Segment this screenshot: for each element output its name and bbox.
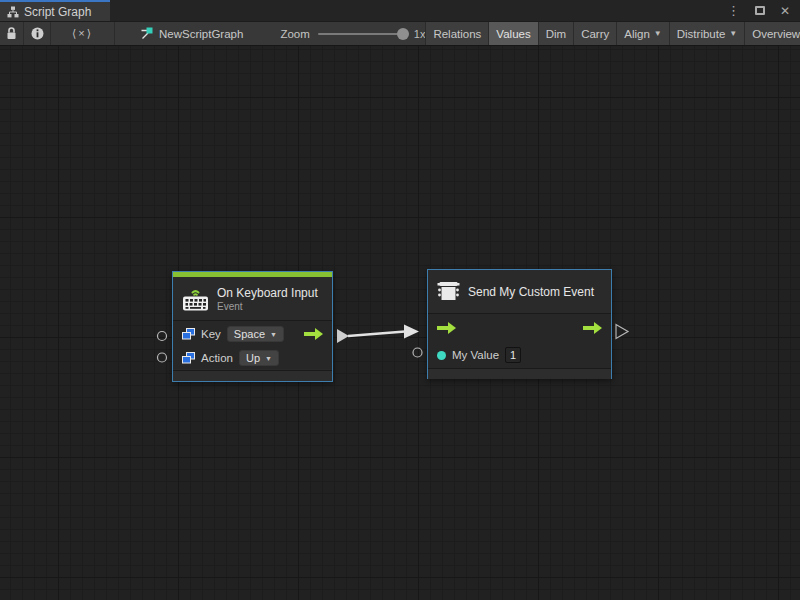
tab-title: Script Graph <box>24 5 91 19</box>
node2-my-value-port[interactable] <box>413 348 422 357</box>
node1-flow-out-port[interactable] <box>337 329 349 343</box>
lock-button[interactable] <box>0 22 24 45</box>
zoom-control: Zoom 1x <box>280 22 425 45</box>
window-controls: ⋮ ✕ <box>727 0 800 21</box>
node-send-my-custom-event[interactable]: Send My Custom Event M <box>427 269 612 379</box>
align-dropdown-button[interactable]: Align ▼ <box>616 22 669 45</box>
distribute-dropdown-button[interactable]: Distribute ▼ <box>669 22 745 45</box>
custom-event-icon <box>437 281 460 302</box>
tab-script-graph[interactable]: Script Graph <box>0 0 110 21</box>
breadcrumb-label: NewScriptGraph <box>159 28 243 40</box>
zoom-level: 1x <box>414 28 426 40</box>
node-on-keyboard-input[interactable]: On Keyboard Input Event Key Space ▼ <box>172 271 333 382</box>
connections-layer <box>0 46 800 600</box>
node-title: On Keyboard Input <box>217 286 318 300</box>
node2-header: Send My Custom Event <box>428 270 611 314</box>
info-icon <box>31 27 44 40</box>
node1-body: Key Space ▼ Action <box>173 321 332 369</box>
node1-action-port[interactable] <box>158 353 167 362</box>
kebab-menu-icon[interactable]: ⋮ <box>727 4 740 17</box>
code-preview-toggle[interactable]: ⟨×⟩ <box>51 22 115 45</box>
literal-icon <box>182 328 195 340</box>
flow-connection-arrowhead <box>404 325 419 339</box>
zoom-label: Zoom <box>280 28 309 40</box>
chevron-down-icon: ▼ <box>729 29 737 38</box>
chevron-down-icon: ▼ <box>270 331 277 338</box>
chevron-down-icon: ▼ <box>265 355 272 362</box>
zoom-slider[interactable] <box>318 33 406 35</box>
zoom-slider-handle[interactable] <box>397 28 409 40</box>
carry-button[interactable]: Carry <box>573 22 616 45</box>
dim-button[interactable]: Dim <box>538 22 573 45</box>
toolbar-right-buttons: Relations Values Dim Carry Align ▼ Distr… <box>425 22 800 45</box>
flow-arrow-icon <box>437 322 456 334</box>
values-button[interactable]: Values <box>488 22 537 45</box>
node1-titles: On Keyboard Input Event <box>217 286 318 312</box>
tab-bar: Script Graph ⋮ ✕ <box>0 0 800 21</box>
key-dropdown[interactable]: Space ▼ <box>227 326 284 342</box>
node2-titles: Send My Custom Event <box>468 285 594 299</box>
keyboard-signal-icon <box>182 286 209 311</box>
graph-toolbar: ⟨×⟩ NewScriptGraph Zoom 1x Relations Val… <box>0 21 800 46</box>
flow-arrow-icon <box>583 322 602 334</box>
hierarchy-graph-icon <box>7 6 19 18</box>
script-graph-window: Script Graph ⋮ ✕ ⟨×⟩ <box>0 0 800 600</box>
close-icon[interactable]: ✕ <box>780 5 790 17</box>
lock-icon <box>6 27 17 40</box>
action-dropdown[interactable]: Up ▼ <box>239 350 279 366</box>
node1-action-row: Action Up ▼ <box>173 347 332 369</box>
node2-footer <box>428 368 611 379</box>
graph-asset-icon <box>140 27 153 40</box>
node2-flow-out-port[interactable] <box>616 325 628 339</box>
my-value-input[interactable] <box>505 347 521 363</box>
node2-flow-row <box>428 314 611 342</box>
node-subtitle: Event <box>217 301 318 312</box>
literal-icon <box>182 352 195 364</box>
node1-key-port[interactable] <box>158 332 167 341</box>
chevron-down-icon: ▼ <box>654 29 662 38</box>
action-port-label: Action <box>201 352 233 364</box>
flow-connection-wire[interactable] <box>348 332 405 337</box>
relations-button[interactable]: Relations <box>425 22 488 45</box>
key-port-label: Key <box>201 328 221 340</box>
value-port-dot-icon <box>437 351 446 360</box>
flow-arrow-icon <box>304 328 323 340</box>
node2-body: My Value <box>428 314 611 368</box>
node1-header: On Keyboard Input Event <box>173 277 332 321</box>
node1-key-row: Key Space ▼ <box>173 321 332 347</box>
node2-value-row: My Value <box>428 342 611 368</box>
maximize-icon[interactable] <box>755 6 765 15</box>
node-title: Send My Custom Event <box>468 285 594 299</box>
graph-canvas[interactable]: On Keyboard Input Event Key Space ▼ <box>0 46 800 600</box>
node1-footer <box>173 370 332 381</box>
my-value-label: My Value <box>452 349 499 361</box>
info-button[interactable] <box>24 22 51 45</box>
overview-button[interactable]: Overview <box>744 22 800 45</box>
breadcrumb[interactable]: NewScriptGraph <box>130 22 253 45</box>
